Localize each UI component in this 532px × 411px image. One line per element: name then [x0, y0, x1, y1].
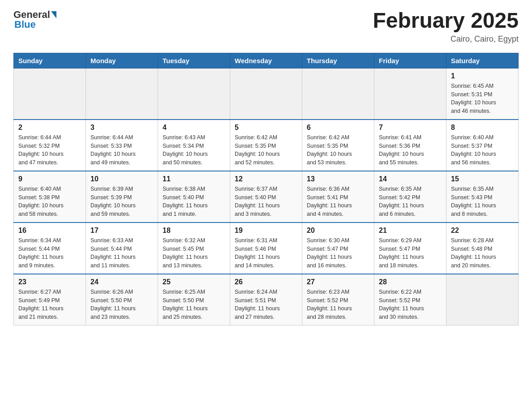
calendar-cell: 2Sunrise: 6:44 AM Sunset: 5:32 PM Daylig…: [14, 120, 86, 171]
calendar-cell: 23Sunrise: 6:27 AM Sunset: 5:49 PM Dayli…: [14, 274, 86, 325]
day-info: Sunrise: 6:35 AM Sunset: 5:43 PM Dayligh…: [451, 185, 514, 218]
day-number: 4: [163, 124, 225, 132]
day-number: 17: [90, 227, 153, 235]
day-number: 25: [163, 278, 225, 286]
calendar-cell: 8Sunrise: 6:40 AM Sunset: 5:37 PM Daylig…: [446, 120, 519, 171]
calendar-cell: 18Sunrise: 6:32 AM Sunset: 5:45 PM Dayli…: [158, 223, 230, 274]
logo-text-blue: Blue: [14, 19, 36, 30]
calendar-cell: 17Sunrise: 6:33 AM Sunset: 5:44 PM Dayli…: [86, 223, 158, 274]
calendar-cell: 5Sunrise: 6:42 AM Sunset: 5:35 PM Daylig…: [230, 120, 302, 171]
calendar-week-row: 9Sunrise: 6:40 AM Sunset: 5:38 PM Daylig…: [14, 171, 519, 223]
day-info: Sunrise: 6:25 AM Sunset: 5:50 PM Dayligh…: [163, 288, 225, 321]
day-info: Sunrise: 6:31 AM Sunset: 5:46 PM Dayligh…: [235, 236, 297, 270]
day-info: Sunrise: 6:44 AM Sunset: 5:33 PM Dayligh…: [90, 133, 153, 167]
day-number: 10: [90, 175, 153, 183]
day-number: 28: [379, 278, 442, 286]
calendar-cell: [230, 68, 302, 120]
day-number: 27: [307, 278, 369, 286]
month-title: February 2025: [373, 9, 519, 33]
day-number: 16: [18, 227, 81, 235]
logo-arrow-icon: [51, 11, 56, 18]
day-number: 1: [451, 72, 514, 80]
title-section: February 2025 Cairo, Cairo, Egypt: [373, 9, 519, 44]
day-number: 7: [379, 124, 442, 132]
day-info: Sunrise: 6:30 AM Sunset: 5:47 PM Dayligh…: [307, 236, 369, 270]
day-info: Sunrise: 6:23 AM Sunset: 5:52 PM Dayligh…: [307, 288, 369, 321]
day-info: Sunrise: 6:41 AM Sunset: 5:36 PM Dayligh…: [379, 133, 442, 167]
day-info: Sunrise: 6:27 AM Sunset: 5:49 PM Dayligh…: [18, 288, 81, 321]
calendar-week-row: 1Sunrise: 6:45 AM Sunset: 5:31 PM Daylig…: [14, 68, 519, 120]
calendar-cell: 13Sunrise: 6:36 AM Sunset: 5:41 PM Dayli…: [302, 171, 374, 223]
day-info: Sunrise: 6:40 AM Sunset: 5:37 PM Dayligh…: [451, 133, 514, 167]
weekday-header-wednesday: Wednesday: [230, 53, 302, 68]
calendar-cell: 7Sunrise: 6:41 AM Sunset: 5:36 PM Daylig…: [374, 120, 446, 171]
calendar-cell: 9Sunrise: 6:40 AM Sunset: 5:38 PM Daylig…: [14, 171, 86, 223]
calendar-cell: 16Sunrise: 6:34 AM Sunset: 5:44 PM Dayli…: [14, 223, 86, 274]
day-info: Sunrise: 6:29 AM Sunset: 5:47 PM Dayligh…: [379, 236, 442, 270]
weekday-header-saturday: Saturday: [446, 53, 519, 68]
location-subtitle: Cairo, Cairo, Egypt: [373, 34, 519, 44]
day-number: 22: [451, 227, 514, 235]
calendar-cell: 19Sunrise: 6:31 AM Sunset: 5:46 PM Dayli…: [230, 223, 302, 274]
calendar-cell: 4Sunrise: 6:43 AM Sunset: 5:34 PM Daylig…: [158, 120, 230, 171]
calendar-table: SundayMondayTuesdayWednesdayThursdayFrid…: [13, 53, 519, 325]
calendar-cell: [86, 68, 158, 120]
calendar-cell: 11Sunrise: 6:38 AM Sunset: 5:40 PM Dayli…: [158, 171, 230, 223]
day-info: Sunrise: 6:37 AM Sunset: 5:40 PM Dayligh…: [235, 185, 297, 218]
day-number: 20: [307, 227, 369, 235]
calendar-cell: 10Sunrise: 6:39 AM Sunset: 5:39 PM Dayli…: [86, 171, 158, 223]
calendar-cell: [446, 274, 519, 325]
calendar-cell: 12Sunrise: 6:37 AM Sunset: 5:40 PM Dayli…: [230, 171, 302, 223]
calendar-cell: 26Sunrise: 6:24 AM Sunset: 5:51 PM Dayli…: [230, 274, 302, 325]
day-info: Sunrise: 6:42 AM Sunset: 5:35 PM Dayligh…: [307, 133, 369, 167]
calendar-cell: 20Sunrise: 6:30 AM Sunset: 5:47 PM Dayli…: [302, 223, 374, 274]
calendar-cell: 25Sunrise: 6:25 AM Sunset: 5:50 PM Dayli…: [158, 274, 230, 325]
day-number: 18: [163, 227, 225, 235]
day-info: Sunrise: 6:26 AM Sunset: 5:50 PM Dayligh…: [90, 288, 153, 321]
weekday-header-row: SundayMondayTuesdayWednesdayThursdayFrid…: [14, 53, 519, 68]
day-number: 21: [379, 227, 442, 235]
day-info: Sunrise: 6:36 AM Sunset: 5:41 PM Dayligh…: [307, 185, 369, 218]
calendar-cell: [374, 68, 446, 120]
weekday-header-tuesday: Tuesday: [158, 53, 230, 68]
calendar-week-row: 16Sunrise: 6:34 AM Sunset: 5:44 PM Dayli…: [14, 223, 519, 274]
calendar-cell: 24Sunrise: 6:26 AM Sunset: 5:50 PM Dayli…: [86, 274, 158, 325]
day-info: Sunrise: 6:34 AM Sunset: 5:44 PM Dayligh…: [18, 236, 81, 270]
calendar-cell: 6Sunrise: 6:42 AM Sunset: 5:35 PM Daylig…: [302, 120, 374, 171]
page-header: General Blue February 2025 Cairo, Cairo,…: [13, 9, 519, 44]
day-info: Sunrise: 6:24 AM Sunset: 5:51 PM Dayligh…: [235, 288, 297, 321]
calendar-cell: [158, 68, 230, 120]
day-number: 3: [90, 124, 153, 132]
calendar-week-row: 23Sunrise: 6:27 AM Sunset: 5:49 PM Dayli…: [14, 274, 519, 325]
calendar-cell: 28Sunrise: 6:22 AM Sunset: 5:52 PM Dayli…: [374, 274, 446, 325]
weekday-header-thursday: Thursday: [302, 53, 374, 68]
day-number: 14: [379, 175, 442, 183]
calendar-cell: 14Sunrise: 6:35 AM Sunset: 5:42 PM Dayli…: [374, 171, 446, 223]
weekday-header-sunday: Sunday: [14, 53, 86, 68]
day-number: 12: [235, 175, 297, 183]
day-number: 23: [18, 278, 81, 286]
day-info: Sunrise: 6:43 AM Sunset: 5:34 PM Dayligh…: [163, 133, 225, 167]
calendar-cell: 1Sunrise: 6:45 AM Sunset: 5:31 PM Daylig…: [446, 68, 519, 120]
day-info: Sunrise: 6:42 AM Sunset: 5:35 PM Dayligh…: [235, 133, 297, 167]
day-number: 26: [235, 278, 297, 286]
day-info: Sunrise: 6:35 AM Sunset: 5:42 PM Dayligh…: [379, 185, 442, 218]
calendar-cell: [302, 68, 374, 120]
day-number: 15: [451, 175, 514, 183]
day-number: 2: [18, 124, 81, 132]
day-info: Sunrise: 6:22 AM Sunset: 5:52 PM Dayligh…: [379, 288, 442, 321]
calendar-week-row: 2Sunrise: 6:44 AM Sunset: 5:32 PM Daylig…: [14, 120, 519, 171]
day-number: 11: [163, 175, 225, 183]
calendar-cell: 22Sunrise: 6:28 AM Sunset: 5:48 PM Dayli…: [446, 223, 519, 274]
day-info: Sunrise: 6:44 AM Sunset: 5:32 PM Dayligh…: [18, 133, 81, 167]
day-info: Sunrise: 6:32 AM Sunset: 5:45 PM Dayligh…: [163, 236, 225, 270]
day-info: Sunrise: 6:45 AM Sunset: 5:31 PM Dayligh…: [451, 82, 514, 116]
day-info: Sunrise: 6:40 AM Sunset: 5:38 PM Dayligh…: [18, 185, 81, 218]
day-info: Sunrise: 6:39 AM Sunset: 5:39 PM Dayligh…: [90, 185, 153, 218]
day-number: 5: [235, 124, 297, 132]
day-number: 9: [18, 175, 81, 183]
day-info: Sunrise: 6:33 AM Sunset: 5:44 PM Dayligh…: [90, 236, 153, 270]
weekday-header-monday: Monday: [86, 53, 158, 68]
day-number: 24: [90, 278, 153, 286]
day-number: 13: [307, 175, 369, 183]
